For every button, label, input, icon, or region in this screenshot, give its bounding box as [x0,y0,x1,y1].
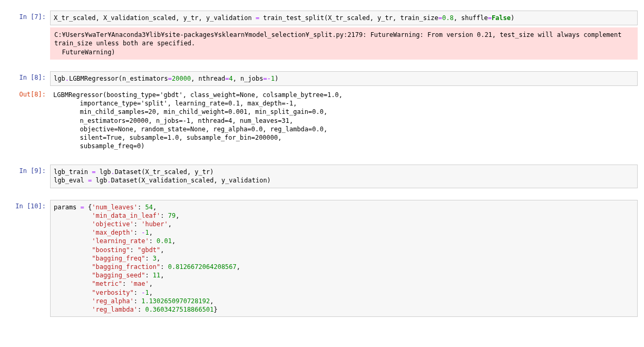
cell-content: LGBMRegressor(boosting_type='gbdt', clas… [50,88,638,153]
code-input[interactable]: lgb.LGBMRegressor(n_estimators=20000, nt… [50,71,638,86]
code-token: LGBMRegressor(n_estimators [69,75,168,82]
code-token: 'objective' [92,220,133,228]
cell-content: params = {'num_leaves': 54, 'min_data_in… [50,200,638,317]
code-token: . [111,168,114,176]
code-input[interactable]: lgb_train = lgb.Dataset(X_tr_scaled, y_t… [50,165,638,188]
code-token: 'huber' [141,220,168,228]
code-token: 0.8 [442,14,454,22]
code-token: lgb_eval [54,177,88,184]
code-token: params [54,204,81,211]
code-token: "bagging_fraction" [92,263,160,271]
code-token: 1 [145,229,149,236]
code-token: . [65,75,69,82]
code-token: 3 [153,255,157,262]
code-token: X_tr_scaled, X_validation_scaled, y_tr, … [54,14,256,22]
text-output: LGBMRegressor(boosting_type='gbdt', clas… [50,88,638,153]
cell-content: X_tr_scaled, X_validation_scaled, y_tr, … [50,11,638,25]
empty-prompt [6,27,50,60]
code-token: 0.3603427518866501 [145,306,213,313]
code-token: Dataset(X_tr_scaled, y_tr) [115,168,214,176]
cell-7: In [7]: X_tr_scaled, X_validation_scaled… [0,11,644,25]
cell-content: lgb.LGBMRegressor(n_estimators=20000, nt… [50,71,638,86]
cell-7-stderr: C:¥Users¥waTer¥Anaconda3¥lib¥site-packag… [0,27,644,60]
code-token: 0.8126672064208567 [168,263,237,271]
code-token: 'reg_lambda' [92,306,138,313]
code-token: = [488,14,492,22]
code-input[interactable]: X_tr_scaled, X_validation_scaled, y_tr, … [50,11,638,25]
code-token: 54 [145,204,152,211]
code-token: False [492,14,511,22]
cell-8-output: Out[8]: LGBMRegressor(boosting_type='gbd… [0,88,644,153]
code-token: 'learning_rate' [92,237,149,245]
code-token: lgb [95,168,111,176]
code-token: 'num_leaves' [92,204,138,211]
output-prompt: Out[8]: [6,88,50,153]
code-token: "gbdt" [138,246,160,254]
code-token: 1.1302650970728192 [141,297,210,305]
code-token: 79 [168,212,175,219]
cell-content: C:¥Users¥waTer¥Anaconda3¥lib¥site-packag… [50,27,638,60]
code-token: - [267,75,271,82]
code-token: lgb [92,177,107,184]
cell-8: In [8]: lgb.LGBMRegressor(n_estimators=2… [0,71,644,86]
code-token: 'mae' [130,280,149,287]
cell-9: In [9]: lgb_train = lgb.Dataset(X_tr_sca… [0,165,644,188]
code-input[interactable]: params = {'num_leaves': 54, 'min_data_in… [50,200,638,317]
code-token: 'min_data_in_leaf' [92,212,160,219]
code-token: 1 [145,289,149,296]
input-prompt: In [9]: [6,165,50,188]
code-token: = [81,204,84,211]
code-token: "boosting" [92,246,130,254]
code-token: ) [275,75,278,82]
code-token: "bagging_seed" [92,272,145,279]
code-token: = [438,14,442,22]
code-token: lgb_train [54,168,92,176]
code-token: 20000 [172,75,191,82]
code-token: "verbosity" [92,289,133,296]
code-token: = [168,75,172,82]
code-token: , n_jobs [233,75,264,82]
code-token: { [84,204,92,211]
code-token: 0.01 [157,237,172,245]
cell-content: lgb_train = lgb.Dataset(X_tr_scaled, y_t… [50,165,638,188]
cell-10: In [10]: params = {'num_leaves': 54, 'mi… [0,200,644,317]
code-token: "metric" [92,280,122,287]
input-prompt: In [8]: [6,71,50,86]
input-prompt: In [10]: [6,200,50,317]
code-token: } [213,306,217,313]
warning-output: C:¥Users¥waTer¥Anaconda3¥lib¥site-packag… [50,27,638,60]
code-token: train_test_split(X_tr_scaled, y_tr, trai… [259,14,438,22]
code-token: = [263,75,267,82]
code-token: 4 [229,75,232,82]
code-token: Dataset(X_validation_scaled, y_validatio… [111,177,270,184]
code-token: lgb [54,75,65,82]
input-prompt: In [7]: [6,11,50,25]
code-token: 'max_depth' [92,229,133,236]
code-token: 11 [153,272,160,279]
code-token: 'reg_alpha' [92,297,133,305]
code-token: "bagging_freq" [92,255,145,262]
code-token: ) [511,14,514,22]
code-token: , shuffle [454,14,488,22]
code-token: , nthread [191,75,225,82]
